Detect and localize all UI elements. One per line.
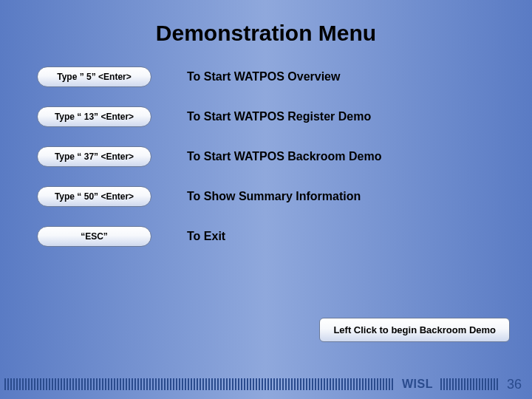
page-title: Demonstration Menu	[0, 0, 532, 66]
cta-wrap: Left Click to begin Backroom Demo	[319, 318, 510, 342]
menu-row: Type “ 37” <Enter> To Start WATPOS Backr…	[37, 146, 532, 167]
menu-key-pill: “ESC”	[37, 226, 151, 247]
footer-ticks-left	[4, 378, 395, 390]
menu-desc: To Show Summary Information	[187, 190, 361, 203]
menu-desc: To Start WATPOS Register Demo	[187, 110, 371, 123]
footer: WISL 36	[0, 369, 532, 399]
menu-row: Type ” 5” <Enter> To Start WATPOS Overvi…	[37, 66, 532, 87]
menu-row: Type “ 13” <Enter> To Start WATPOS Regis…	[37, 106, 532, 127]
menu-key-pill: Type “ 50” <Enter>	[37, 186, 151, 207]
menu-desc: To Exit	[187, 230, 225, 243]
begin-backroom-demo-button[interactable]: Left Click to begin Backroom Demo	[319, 318, 510, 342]
menu-list: Type ” 5” <Enter> To Start WATPOS Overvi…	[0, 66, 532, 247]
page-number: 36	[507, 377, 522, 392]
menu-key-pill: Type “ 37” <Enter>	[37, 146, 151, 167]
menu-key-pill: Type “ 13” <Enter>	[37, 106, 151, 127]
menu-desc: To Start WATPOS Overview	[187, 70, 340, 83]
menu-desc: To Start WATPOS Backroom Demo	[187, 150, 381, 163]
footer-ticks-right	[440, 378, 498, 390]
menu-row: “ESC” To Exit	[37, 226, 532, 247]
menu-key-pill: Type ” 5” <Enter>	[37, 66, 151, 87]
footer-brand: WISL	[402, 378, 433, 391]
menu-row: Type “ 50” <Enter> To Show Summary Infor…	[37, 186, 532, 207]
